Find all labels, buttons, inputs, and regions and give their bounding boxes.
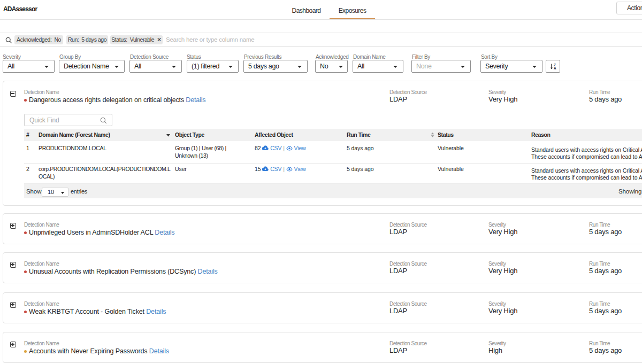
svg-text:A: A (554, 66, 556, 70)
